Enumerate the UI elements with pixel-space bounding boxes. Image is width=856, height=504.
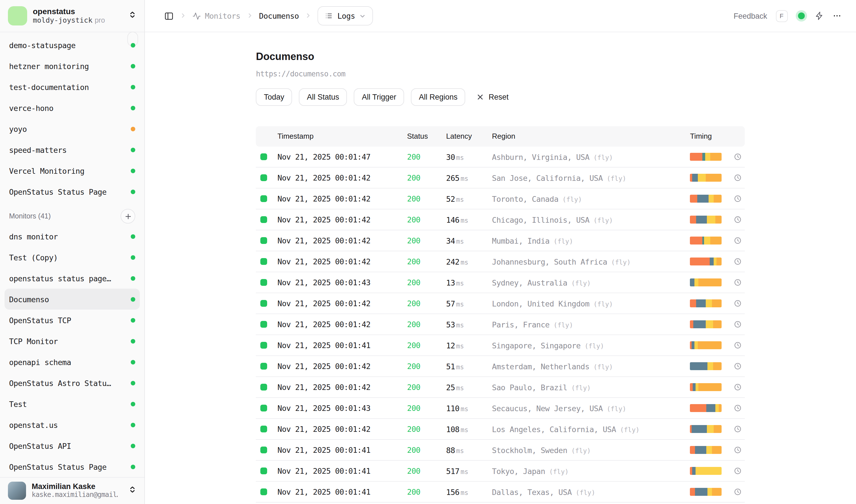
status-dot-up bbox=[131, 255, 135, 259]
sidebar-item[interactable]: OpenStatus TCP bbox=[4, 310, 140, 330]
user-menu[interactable]: Maximilian Kaske kaske.maximilian@gmail… bbox=[0, 477, 144, 504]
timing-segment-slate bbox=[693, 320, 706, 328]
status-square-icon bbox=[261, 154, 267, 160]
timing-bar bbox=[690, 446, 722, 454]
clock-icon[interactable] bbox=[734, 446, 742, 454]
view-selector-logs[interactable]: Logs bbox=[318, 6, 373, 25]
clock-icon[interactable] bbox=[734, 342, 742, 349]
table-row[interactable]: Nov 21, 2025 00:01:42 200 25ms Sao Paulo… bbox=[256, 377, 745, 398]
filter-trigger-button[interactable]: All Trigger bbox=[354, 88, 404, 106]
table-row[interactable]: Nov 21, 2025 00:01:43 200 13ms Sydney, A… bbox=[256, 272, 745, 293]
sidebar-item[interactable]: openstatus status page… bbox=[4, 268, 140, 289]
app-window: openstatus moldy-joystickpro demo-status… bbox=[0, 0, 856, 504]
table-row[interactable]: Nov 21, 2025 00:01:41 200 88ms Stockholm… bbox=[256, 440, 745, 461]
feedback-button[interactable]: Feedback bbox=[733, 12, 767, 20]
cell-latency: 517ms bbox=[446, 466, 469, 476]
table-row[interactable]: Nov 21, 2025 00:01:41 200 156ms Dallas, … bbox=[256, 482, 745, 503]
breadcrumb-separator bbox=[180, 11, 186, 21]
table-row[interactable]: Nov 21, 2025 00:01:41 200 12ms Singapore… bbox=[256, 335, 745, 356]
clock-icon[interactable] bbox=[734, 174, 742, 181]
sidebar-item[interactable]: verce-hono bbox=[4, 97, 140, 118]
col-status: Status bbox=[407, 126, 428, 147]
clock-icon[interactable] bbox=[734, 404, 742, 412]
sidebar-item[interactable]: yoyo bbox=[4, 118, 140, 139]
timing-segment-orange bbox=[690, 257, 710, 266]
clock-icon[interactable] bbox=[734, 467, 742, 474]
more-options-button[interactable] bbox=[832, 11, 841, 20]
table-row[interactable]: Nov 21, 2025 00:01:42 200 265ms San Jose… bbox=[256, 167, 745, 188]
timing-bar bbox=[690, 300, 722, 307]
sidebar-item[interactable]: hetzner monitoring bbox=[4, 55, 140, 76]
status-dot-up bbox=[131, 276, 135, 281]
clock-icon[interactable] bbox=[734, 362, 742, 370]
table-row[interactable]: Nov 21, 2025 00:01:43 200 110ms Secaucus… bbox=[256, 398, 745, 419]
sidebar-item[interactable]: openstat.us bbox=[4, 414, 140, 435]
reset-filters-button[interactable]: Reset bbox=[472, 88, 513, 106]
timing-segment-amber bbox=[712, 446, 722, 454]
cell-region: Los Angeles, California, USA(fly) bbox=[492, 424, 640, 434]
table-row[interactable]: Nov 21, 2025 00:01:42 200 242ms Johannes… bbox=[256, 251, 745, 272]
clock-icon[interactable] bbox=[734, 195, 742, 202]
breadcrumb-monitors[interactable]: Monitors bbox=[192, 11, 240, 20]
sidebar-item[interactable]: OpenStatus API bbox=[4, 435, 140, 456]
sidebar-item-label: OpenStatus Status Page bbox=[9, 187, 131, 196]
table-row[interactable]: Nov 21, 2025 00:01:42 200 51ms Amsterdam… bbox=[256, 356, 745, 377]
sidebar-item[interactable]: TCP Monitor bbox=[4, 330, 140, 352]
breadcrumb-monitor-name[interactable]: Documenso bbox=[259, 11, 299, 20]
cell-status: 200 bbox=[407, 278, 421, 287]
table-row[interactable]: Nov 21, 2025 00:01:42 200 52ms Toronto, … bbox=[256, 188, 745, 210]
sidebar-item[interactable]: openapi schema bbox=[4, 352, 140, 373]
cell-latency: 25ms bbox=[446, 382, 464, 393]
sidebar-item[interactable]: Test bbox=[4, 393, 140, 414]
sidebar-item[interactable]: Test (Copy) bbox=[4, 247, 140, 268]
clock-icon[interactable] bbox=[734, 258, 742, 265]
clock-icon[interactable] bbox=[734, 383, 742, 391]
filter-status-button[interactable]: All Status bbox=[299, 88, 347, 106]
workspace-info: openstatus moldy-joystickpro bbox=[33, 7, 123, 25]
filter-date-button[interactable]: Today bbox=[256, 88, 292, 106]
sidebar-item[interactable]: test-documentation bbox=[4, 76, 140, 97]
clock-icon[interactable] bbox=[734, 300, 742, 307]
table-row[interactable]: Nov 21, 2025 00:01:47 200 30ms Ashburn, … bbox=[256, 147, 745, 167]
cell-timestamp: Nov 21, 2025 00:01:42 bbox=[278, 425, 371, 434]
cell-status: 200 bbox=[407, 383, 421, 392]
filter-regions-button[interactable]: All Regions bbox=[411, 88, 465, 106]
clock-icon[interactable] bbox=[734, 153, 742, 160]
sidebar-item[interactable]: speed-matters bbox=[4, 139, 140, 160]
clock-icon[interactable] bbox=[734, 321, 742, 328]
timing-segment-slate bbox=[692, 467, 696, 475]
sidebar-item[interactable]: demo-statuspage bbox=[4, 35, 140, 55]
table-row[interactable]: Nov 21, 2025 00:01:42 200 108ms Los Ange… bbox=[256, 419, 745, 440]
clock-icon[interactable] bbox=[734, 237, 742, 244]
clock-icon[interactable] bbox=[734, 488, 742, 496]
chevrons-up-down-icon bbox=[128, 11, 137, 21]
bolt-button[interactable] bbox=[815, 11, 824, 20]
status-dot-up bbox=[131, 189, 135, 194]
table-row[interactable]: Nov 21, 2025 00:01:41 200 517ms Tokyo, J… bbox=[256, 461, 745, 482]
sidebar-item[interactable]: OpenStatus Status Page bbox=[4, 181, 140, 202]
sidebar-item[interactable]: Documenso bbox=[4, 289, 140, 310]
clock-icon[interactable] bbox=[734, 216, 742, 223]
sidebar-toggle-button[interactable] bbox=[164, 11, 174, 21]
chevrons-up-down-icon bbox=[128, 486, 137, 496]
timing-segment-slate bbox=[695, 488, 708, 496]
workspace-switcher[interactable]: openstatus moldy-joystickpro bbox=[0, 0, 144, 32]
sidebar-item[interactable]: Vercel Monitoring bbox=[4, 160, 140, 181]
clock-icon[interactable] bbox=[734, 425, 742, 433]
table-row[interactable]: Nov 21, 2025 00:01:42 200 57ms London, U… bbox=[256, 293, 745, 314]
status-dot-up bbox=[131, 85, 135, 89]
system-status-dot[interactable] bbox=[798, 13, 804, 19]
workspace-slug: moldy-joystickpro bbox=[33, 16, 123, 25]
timing-segment-yellow bbox=[696, 467, 722, 475]
clock-icon[interactable] bbox=[734, 279, 742, 286]
cell-timestamp: Nov 21, 2025 00:01:42 bbox=[278, 236, 371, 245]
sidebar-item[interactable]: OpenStatus Status Page bbox=[4, 456, 140, 476]
sidebar-item[interactable]: OpenStatus Astro Statu… bbox=[4, 373, 140, 393]
table-header: Timestamp Status Latency Region Timing bbox=[256, 126, 745, 147]
status-square-icon bbox=[261, 447, 267, 453]
table-row[interactable]: Nov 21, 2025 00:01:42 200 34ms Mumbai, I… bbox=[256, 230, 745, 251]
add-monitor-button[interactable] bbox=[121, 209, 135, 223]
table-row[interactable]: Nov 21, 2025 00:01:42 200 146ms Chicago,… bbox=[256, 210, 745, 230]
sidebar-item[interactable]: dns monitor bbox=[4, 226, 140, 247]
table-row[interactable]: Nov 21, 2025 00:01:42 200 53ms Paris, Fr… bbox=[256, 314, 745, 335]
